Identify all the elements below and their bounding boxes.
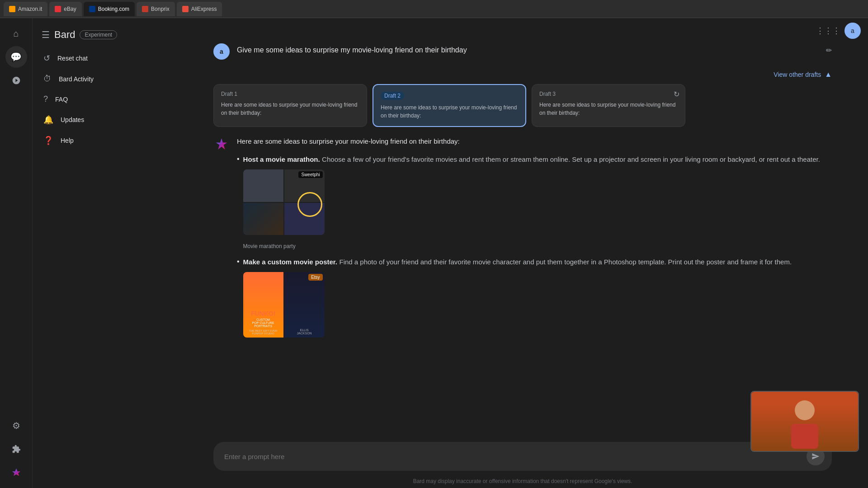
view-drafts-button[interactable]: View other drafts <box>774 71 821 78</box>
bullet-content-2: Make a custom movie poster. Find a photo… <box>243 257 832 343</box>
webcam-overlay <box>750 391 859 452</box>
draft-1-label: Draft 1 <box>221 91 359 97</box>
image-source-2: Etsy <box>308 274 322 281</box>
nav-reset-label: Reset chat <box>57 55 88 62</box>
bard-logo <box>213 136 230 152</box>
svg-rect-1 <box>791 424 818 449</box>
poster-right: ELLISJACKSON <box>284 272 325 338</box>
svg-point-0 <box>795 400 815 420</box>
nav-updates[interactable]: 🔔 Updates <box>33 109 170 130</box>
nav-panel: ☰ Bard Experiment ↺ Reset chat ⏱ Bard Ac… <box>33 18 177 488</box>
webcam-person <box>751 392 858 451</box>
tab-amazon-label: Amazon.it <box>18 6 42 12</box>
drafts-section: View other drafts ▲ Draft 1 Here are som… <box>213 70 832 127</box>
chat-icon[interactable]: 💬 <box>5 46 27 68</box>
home-icon[interactable]: ⌂ <box>5 23 27 44</box>
draft-2-label: Draft 2 <box>381 92 404 100</box>
image-container-2: FUNKO! CUSTOMPOP CULTUREPORTRAITS THE BE… <box>243 272 325 338</box>
drafts-grid: Draft 1 Here are some ideas to surprise … <box>213 84 832 127</box>
draft-card-1[interactable]: Draft 1 Here are some ideas to surprise … <box>213 84 367 127</box>
image-grid-1 <box>243 169 325 235</box>
hamburger-icon[interactable]: ☰ <box>42 29 50 40</box>
activity-icon: ⏱ <box>43 74 52 84</box>
nav-bard-activity[interactable]: ⏱ Bard Activity <box>33 69 170 89</box>
poster-grid: FUNKO! CUSTOMPOP CULTUREPORTRAITS THE BE… <box>243 272 325 338</box>
settings-icon[interactable]: ⚙ <box>5 415 27 436</box>
response-content: Here are some ideas to surprise your mov… <box>237 136 832 350</box>
extensions-icon[interactable] <box>5 438 27 460</box>
item-2-text: Find a photo of your friend and their fa… <box>339 258 792 266</box>
poster-left: FUNKO! CUSTOMPOP CULTUREPORTRAITS THE BE… <box>243 272 283 338</box>
tab-booking[interactable]: Booking.com <box>84 2 135 16</box>
experiment-badge: Experiment <box>80 30 117 39</box>
nav-faq-label: FAQ <box>55 96 68 103</box>
draft-card-2[interactable]: Draft 2 Here are some ideas to surprise … <box>373 84 526 127</box>
grid-icon[interactable]: ⋮⋮⋮ <box>819 22 837 40</box>
img-4 <box>284 203 325 235</box>
response-intro: Here are some ideas to surprise your mov… <box>237 136 832 147</box>
draft-card-3[interactable]: Draft 3 Here are some ideas to surprise … <box>532 84 685 127</box>
input-box <box>213 442 832 471</box>
amazon-favicon <box>9 6 15 12</box>
user-avatar: a <box>213 43 230 60</box>
item-2-title: Make a custom movie poster. <box>243 258 337 266</box>
nav-faq[interactable]: ? FAQ <box>33 89 170 109</box>
faq-icon: ? <box>43 94 48 104</box>
explore-icon[interactable] <box>5 70 27 91</box>
tab-bonprix[interactable]: Bonprix <box>137 2 175 16</box>
bullet-content-1: Host a movie marathon. Choose a few of y… <box>243 154 832 249</box>
bullet-item-2: • Make a custom movie poster. Find a pho… <box>237 257 832 343</box>
booking-favicon <box>89 6 95 12</box>
chevron-up-icon[interactable]: ▲ <box>825 70 832 79</box>
bullet-dot-1: • <box>237 155 240 249</box>
disclaimer: Bard may display inaccurate or offensive… <box>177 476 868 488</box>
img-3 <box>243 203 283 235</box>
bard-bottom-icon[interactable] <box>5 462 27 483</box>
ebay-favicon <box>55 6 61 12</box>
draft-2-text: Here are some ideas to surprise your mov… <box>381 103 518 120</box>
content-topbar: ⋮⋮⋮ a <box>177 18 868 43</box>
view-drafts-bar: View other drafts ▲ <box>213 70 832 79</box>
user-avatar-top[interactable]: a <box>844 23 861 39</box>
chat-area: a Give me some ideas to surprise my movi… <box>177 43 868 436</box>
app-title: Bard <box>54 29 75 41</box>
tab-booking-label: Booking.com <box>98 6 129 12</box>
help-icon: ❓ <box>43 136 53 145</box>
tab-aliexpress-label: AliExpress <box>191 6 217 12</box>
draft-1-text: Here are some ideas to surprise your mov… <box>221 101 359 117</box>
tab-amazon[interactable]: Amazon.it <box>4 2 47 16</box>
edit-icon[interactable]: ✏ <box>826 43 832 55</box>
bonprix-favicon <box>142 6 148 12</box>
refresh-icon[interactable]: ↻ <box>674 90 679 99</box>
browser-bar: Amazon.it eBay Booking.com Bonprix AliEx… <box>0 0 868 18</box>
draft-3-label: Draft 3 <box>539 91 678 97</box>
item-1-text: Choose a few of your friend's favorite m… <box>322 155 820 163</box>
image-caption-1: Movie marathon party <box>243 243 832 249</box>
bullet-dot-2: • <box>237 258 240 343</box>
tab-aliexpress[interactable]: AliExpress <box>177 2 222 16</box>
img-1 <box>243 169 283 202</box>
bard-header: ☰ Bard Experiment <box>33 25 177 48</box>
nav-help-label: Help <box>61 137 74 144</box>
nav-updates-label: Updates <box>61 116 84 123</box>
draft-3-text: Here are some ideas to surprise your mov… <box>539 101 678 117</box>
prompt-input[interactable] <box>224 453 801 460</box>
item-1-title: Host a movie marathon. <box>243 155 320 163</box>
bard-response: Here are some ideas to surprise your mov… <box>213 136 832 350</box>
icon-sidebar: ⌂ 💬 ⚙ <box>0 18 33 488</box>
bullet-item-1: • Host a movie marathon. Choose a few of… <box>237 154 832 249</box>
user-message: a Give me some ideas to surprise my movi… <box>213 43 832 60</box>
tab-ebay-label: eBay <box>64 6 76 12</box>
image-source-1: Sweetphi <box>298 171 322 178</box>
tab-bonprix-label: Bonprix <box>151 6 170 12</box>
user-message-text: Give me some ideas to surprise my movie-… <box>237 43 819 54</box>
tab-ebay[interactable]: eBay <box>49 2 81 16</box>
aliexpress-favicon <box>182 6 189 12</box>
nav-reset-chat[interactable]: ↺ Reset chat <box>33 48 170 69</box>
nav-activity-label: Bard Activity <box>59 75 94 83</box>
reset-icon: ↺ <box>43 53 50 63</box>
updates-icon: 🔔 <box>43 115 53 125</box>
nav-help[interactable]: ❓ Help <box>33 130 170 151</box>
image-container-1: Sweetphi <box>243 169 325 235</box>
